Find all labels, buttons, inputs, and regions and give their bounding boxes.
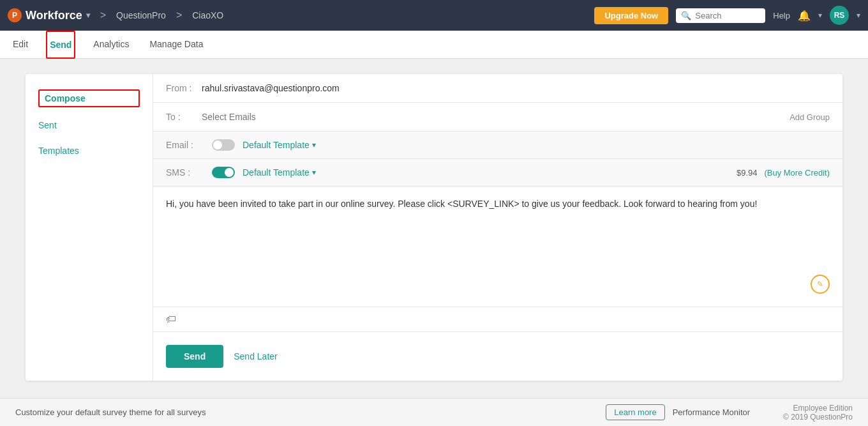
edition-line1: Employee Edition bbox=[783, 404, 853, 413]
bell-caret-icon: ▾ bbox=[818, 11, 822, 20]
search-input[interactable] bbox=[695, 11, 759, 20]
to-label: To : bbox=[166, 112, 198, 122]
nav-manage-data[interactable]: Manage Data bbox=[147, 31, 206, 59]
content-card: Compose Sent Templates From : rahul.sriv… bbox=[26, 74, 842, 381]
sms-toggle-knob bbox=[225, 168, 234, 177]
sms-template-select[interactable]: Default Template ▾ bbox=[243, 167, 316, 178]
compose-sidebar: Compose Sent Templates bbox=[26, 74, 153, 381]
help-link[interactable]: Help bbox=[773, 11, 790, 20]
search-box[interactable]: 🔍 bbox=[676, 8, 765, 23]
nav-send[interactable]: Send bbox=[46, 31, 75, 59]
sms-credit-amount: $9.94 bbox=[737, 168, 758, 178]
email-toggle-knob bbox=[213, 141, 222, 149]
email-template-label: Default Template bbox=[243, 140, 310, 150]
nav-analytics[interactable]: Analytics bbox=[91, 31, 131, 59]
message-text: Hi, you have been invited to take part i… bbox=[166, 197, 830, 211]
to-row: To : Add Group bbox=[153, 103, 842, 132]
sidebar-item-compose[interactable]: Compose bbox=[38, 89, 140, 107]
breadcrumb-ciaoxo[interactable]: CiaoXO bbox=[192, 10, 223, 20]
compose-form: From : rahul.srivastava@questionpro.com … bbox=[153, 74, 842, 381]
avatar-caret-icon: ▾ bbox=[857, 11, 860, 20]
message-area[interactable]: Hi, you have been invited to take part i… bbox=[153, 186, 842, 307]
sms-credit-info: $9.94 (Buy More Credit) bbox=[737, 168, 830, 178]
main-content: Compose Sent Templates From : rahul.sriv… bbox=[0, 59, 868, 398]
edition-info: Employee Edition © 2019 QuestionPro bbox=[783, 404, 853, 422]
sms-template-caret-icon: ▾ bbox=[312, 168, 316, 177]
send-button[interactable]: Send bbox=[166, 345, 223, 368]
send-actions: Send Send Later bbox=[153, 332, 842, 381]
logo-area[interactable]: P Workforce ▾ bbox=[8, 8, 90, 22]
from-row: From : rahul.srivastava@questionpro.com bbox=[153, 74, 842, 103]
send-later-button[interactable]: Send Later bbox=[234, 351, 278, 361]
logo-icon: P bbox=[8, 8, 22, 22]
email-toggle[interactable] bbox=[212, 139, 235, 151]
email-toggle-row: Email : Default Template ▾ bbox=[153, 132, 842, 159]
breadcrumb-questionpro[interactable]: QuestionPro bbox=[116, 10, 166, 20]
buy-more-credit-link[interactable]: (Buy More Credit) bbox=[764, 168, 830, 178]
from-value: rahul.srivastava@questionpro.com bbox=[202, 83, 830, 93]
notification-bell-icon[interactable]: 🔔 bbox=[798, 10, 811, 22]
tag-icon[interactable]: 🏷 bbox=[166, 314, 176, 325]
nav-edit[interactable]: Edit bbox=[10, 31, 31, 59]
add-group-link[interactable]: Add Group bbox=[789, 112, 830, 122]
breadcrumb-separator: > bbox=[100, 10, 106, 21]
email-template-caret-icon: ▾ bbox=[312, 141, 316, 149]
avatar[interactable]: RS bbox=[830, 6, 849, 25]
top-navigation: P Workforce ▾ > QuestionPro > CiaoXO Upg… bbox=[0, 0, 868, 31]
footer: Customize your default survey theme for … bbox=[0, 398, 868, 426]
to-input[interactable] bbox=[202, 112, 786, 122]
breadcrumb-separator2: > bbox=[176, 10, 182, 21]
sms-template-label: Default Template bbox=[243, 167, 310, 178]
learn-more-button[interactable]: Learn more bbox=[606, 404, 664, 420]
performance-monitor-link[interactable]: Performance Monitor bbox=[673, 407, 750, 417]
edit-circle-icon[interactable]: ✎ bbox=[811, 275, 830, 294]
logo-text: Workforce bbox=[26, 9, 82, 22]
edition-line2: © 2019 QuestionPro bbox=[783, 413, 853, 422]
search-icon: 🔍 bbox=[681, 11, 691, 20]
sidebar-item-sent[interactable]: Sent bbox=[38, 118, 140, 133]
sms-toggle-row: SMS : Default Template ▾ $9.94 (Buy More… bbox=[153, 159, 842, 186]
secondary-navigation: Edit Send Analytics Manage Data bbox=[0, 31, 868, 59]
sms-toggle[interactable] bbox=[212, 167, 235, 178]
email-label: Email : bbox=[166, 140, 204, 150]
sidebar-item-templates[interactable]: Templates bbox=[38, 143, 140, 158]
footer-customize-text: Customize your default survey theme for … bbox=[15, 407, 598, 417]
sms-label: SMS : bbox=[166, 167, 204, 178]
email-template-select[interactable]: Default Template ▾ bbox=[243, 140, 316, 150]
logo-caret-icon: ▾ bbox=[86, 11, 90, 20]
upgrade-now-button[interactable]: Upgrade Now bbox=[594, 7, 668, 24]
from-label: From : bbox=[166, 83, 198, 93]
tag-row: 🏷 bbox=[153, 307, 842, 332]
